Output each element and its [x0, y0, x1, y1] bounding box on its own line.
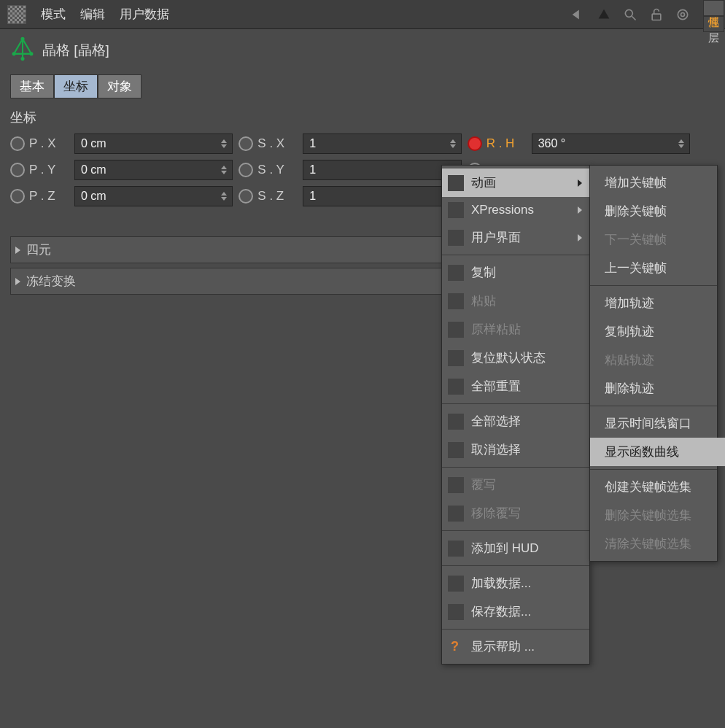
side-tab-layers[interactable]: 层 — [703, 16, 724, 32]
ctx-load-data[interactable]: 加载数据... — [442, 569, 589, 597]
ctx-reset-default[interactable]: 复位默认状态 — [442, 344, 589, 372]
ctx-paste[interactable]: 粘贴 — [442, 287, 589, 315]
ctx-add-keyframe[interactable]: 增加关键帧 — [590, 169, 725, 197]
ctx-prev-keyframe[interactable]: 上一关键帧 — [590, 254, 725, 282]
ctx-remove-override[interactable]: 移除覆写 — [442, 499, 589, 527]
ctx-show-help[interactable]: ?显示帮助 ... — [442, 632, 589, 661]
nav-back-icon[interactable] — [569, 6, 586, 23]
ctx-paste-track[interactable]: 粘贴轨迹 — [590, 346, 725, 374]
toolbar: 模式 编辑 用户数据 — [0, 0, 725, 29]
coord-sy: S . Y 1 — [239, 160, 461, 180]
coord-sx: S . X 1 — [239, 133, 461, 154]
search-icon[interactable] — [621, 6, 639, 23]
ctx-delete-keyset[interactable]: 删除关键帧选集 — [590, 501, 725, 530]
tab-basic[interactable]: 基本 — [10, 74, 54, 98]
field-rh[interactable]: 360 ° — [532, 133, 690, 154]
coord-py: P . Y 0 cm — [10, 160, 233, 180]
triangle-right-icon — [15, 278, 20, 285]
ctx-xpressions[interactable]: XPressions — [442, 197, 589, 223]
field-sx[interactable]: 1 — [303, 133, 461, 154]
svg-point-3 — [678, 9, 687, 19]
section-title-coordinates: 坐标 — [10, 109, 690, 126]
field-sy[interactable]: 1 — [303, 160, 461, 180]
ctx-deselect[interactable]: 取消选择 — [442, 435, 589, 464]
context-menu-animation: 增加关键帧 删除关键帧 下一关键帧 上一关键帧 增加轨迹 复制轨迹 粘贴轨迹 删… — [589, 165, 718, 562]
ctx-animation[interactable]: 动画 — [442, 169, 589, 197]
coord-pz: P . Z 0 cm — [10, 186, 233, 206]
keyframe-dot-sy[interactable] — [239, 163, 253, 177]
tab-row: 基本 坐标 对象 — [10, 74, 690, 98]
tab-coordinates[interactable]: 坐标 — [54, 74, 98, 98]
object-header: 晶格 [晶格] — [10, 36, 690, 64]
coord-sz: S . Z 1 — [239, 186, 461, 206]
spinner-icon[interactable] — [448, 135, 458, 152]
menu-mode[interactable]: 模式 — [41, 6, 66, 23]
label-rh: R . H — [486, 136, 527, 151]
field-sz[interactable]: 1 — [303, 186, 461, 206]
context-menu-main: 动画 XPressions 用户界面 复制 粘贴 原样粘贴 复位默认状态 全部重… — [441, 165, 590, 665]
ctx-show-fcurve[interactable]: 显示函数曲线 — [590, 438, 725, 466]
ctx-add-track[interactable]: 增加轨迹 — [590, 289, 725, 317]
svg-point-12 — [29, 52, 33, 55]
keyframe-dot-sx[interactable] — [239, 136, 253, 151]
field-px[interactable]: 0 cm — [74, 133, 233, 154]
menu-userdata[interactable]: 用户数据 — [120, 6, 169, 23]
ctx-create-keyset[interactable]: 创建关键帧选集 — [590, 473, 725, 501]
svg-point-4 — [681, 12, 685, 16]
ctx-select-all[interactable]: 全部选择 — [442, 407, 589, 435]
menu-edit[interactable]: 编辑 — [80, 6, 105, 23]
ctx-delete-track[interactable]: 删除轨迹 — [590, 374, 725, 403]
keyframe-dot-px[interactable] — [10, 136, 25, 151]
ctx-add-hud[interactable]: 添加到 HUD — [442, 534, 589, 562]
ctx-save-data[interactable]: 保存数据... — [442, 597, 589, 626]
keyframe-dot-py[interactable] — [10, 163, 25, 177]
lock-icon[interactable] — [648, 6, 665, 23]
label-px: P . X — [29, 136, 70, 151]
ctx-userinterface[interactable]: 用户界面 — [442, 223, 589, 252]
spinner-icon[interactable] — [676, 135, 686, 152]
svg-line-1 — [632, 16, 636, 20]
triangle-right-icon — [15, 247, 20, 254]
tab-object[interactable]: 对象 — [98, 74, 141, 98]
ctx-show-timeline[interactable]: 显示时间线窗口 — [590, 409, 725, 438]
label-sy: S . Y — [257, 163, 298, 177]
coord-rh: R . H 360 ° — [468, 133, 690, 154]
label-py: P . Y — [29, 163, 70, 177]
ctx-reset-all[interactable]: 全部重置 — [442, 372, 589, 400]
field-pz[interactable]: 0 cm — [74, 186, 233, 206]
svg-point-10 — [20, 37, 24, 41]
coord-px: P . X 0 cm — [10, 133, 233, 154]
label-sx: S . X — [257, 136, 298, 151]
ctx-copy-track[interactable]: 复制轨迹 — [590, 317, 725, 346]
side-tab-attributes[interactable]: 属性 — [703, 0, 724, 16]
svg-point-0 — [625, 9, 632, 17]
help-icon: ? — [451, 639, 459, 654]
keyframe-dot-pz[interactable] — [10, 189, 25, 204]
spinner-icon[interactable] — [219, 135, 229, 152]
field-py[interactable]: 0 cm — [74, 160, 233, 180]
svg-rect-2 — [652, 14, 661, 20]
svg-point-11 — [12, 52, 16, 55]
spinner-icon[interactable] — [219, 161, 229, 179]
label-sz: S . Z — [257, 189, 298, 204]
keyframe-dot-rh[interactable] — [468, 136, 482, 151]
nav-up-icon[interactable] — [595, 6, 613, 23]
spinner-icon[interactable] — [219, 187, 229, 205]
ctx-delete-keyframe[interactable]: 删除关键帧 — [590, 197, 725, 225]
ctx-override[interactable]: 覆写 — [442, 471, 589, 499]
object-type-icon — [10, 36, 35, 64]
object-title: 晶格 [晶格] — [42, 41, 109, 60]
keyframe-dot-sz[interactable] — [239, 189, 253, 204]
label-pz: P . Z — [29, 189, 70, 204]
ctx-copy[interactable]: 复制 — [442, 258, 589, 287]
ctx-paste-identical[interactable]: 原样粘贴 — [442, 315, 589, 344]
target-icon[interactable] — [674, 6, 691, 23]
svg-point-13 — [20, 57, 24, 61]
side-tabs: 属性 层 — [703, 0, 725, 32]
ctx-next-keyframe[interactable]: 下一关键帧 — [590, 225, 725, 254]
ctx-clear-keyset[interactable]: 清除关键帧选集 — [590, 530, 725, 558]
mode-icon[interactable] — [7, 5, 26, 24]
